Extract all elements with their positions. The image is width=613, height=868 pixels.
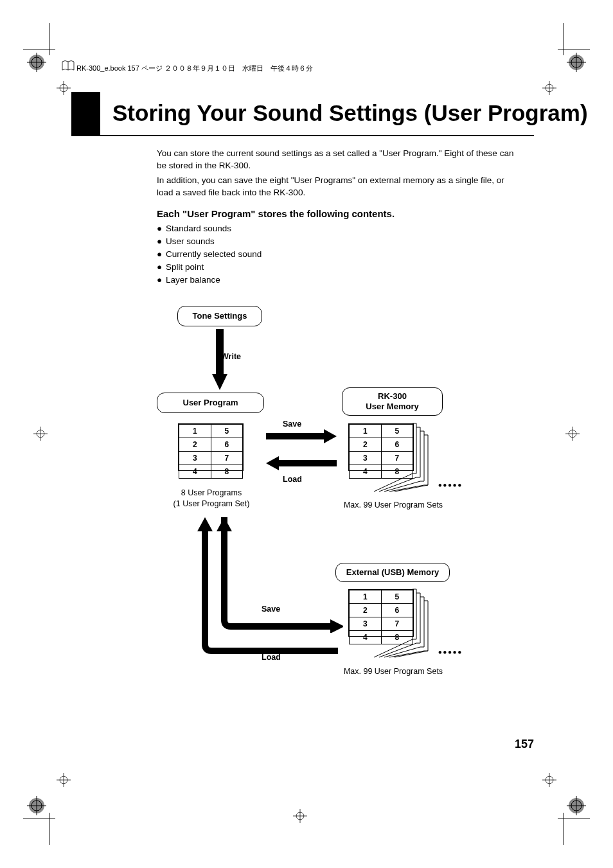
flow-diagram: Tone Settings Write User Program RK-300U… (157, 302, 523, 687)
crop-mark (564, 813, 564, 845)
box-label: Tone Settings (193, 311, 247, 321)
load-label: Load (283, 475, 302, 484)
list-item-text: Layer balance (166, 275, 220, 285)
ellipsis-icon: ••••• (438, 647, 463, 659)
svg-rect-40 (266, 433, 324, 439)
external-memory-box: External (USB) Memory (335, 563, 450, 582)
list-item: ●Currently selected sound (157, 249, 262, 259)
user-program-caption: 8 User Programs(1 User Program Set) (170, 488, 253, 509)
section-subhead: Each "User Program" stores the following… (157, 208, 395, 219)
bullet-list: ●Standard sounds ●User sounds ●Currently… (157, 224, 262, 288)
list-item-text: User sounds (166, 236, 215, 246)
rk300-grid: 15 26 37 48 (348, 423, 414, 471)
crop-mark (23, 49, 55, 49)
target-mark-icon (57, 773, 71, 787)
svg-marker-39 (212, 374, 227, 390)
running-header: RK-300_e.book 157 ページ ２００８年９月１０日 水曜日 午後４… (76, 64, 313, 73)
list-item: ●Layer balance (157, 275, 262, 285)
list-item-text: Standard sounds (166, 224, 231, 233)
tone-settings-box: Tone Settings (177, 306, 262, 326)
svg-marker-43 (266, 456, 279, 470)
crop-mark (558, 49, 590, 49)
list-item: ●User sounds (157, 236, 262, 246)
target-mark-icon (542, 81, 556, 95)
save-label: Save (283, 420, 301, 429)
external-caption: Max. 99 User Program Sets (335, 667, 451, 676)
target-mark-icon (33, 427, 48, 441)
page-number: 157 (515, 738, 534, 751)
save-label: Save (262, 605, 280, 614)
stack-icon (413, 589, 438, 660)
svg-rect-42 (279, 460, 337, 466)
crop-mark (23, 819, 55, 819)
registration-mark-icon (567, 53, 586, 72)
load-arrow-icon (266, 456, 337, 473)
intro-paragraph-1: You can store the current sound settings… (157, 148, 523, 172)
target-mark-icon (565, 427, 580, 441)
crop-mark (49, 23, 49, 55)
list-item-text: Split point (166, 262, 204, 272)
page-title: Storing Your Sound Settings (User Progra… (112, 100, 588, 126)
save-arrow-icon (266, 429, 337, 446)
write-label: Write (221, 352, 241, 361)
crop-mark (558, 819, 590, 819)
box-label: RK-300User Memory (366, 391, 418, 411)
list-item: ●Split point (157, 262, 262, 272)
target-mark-icon (293, 809, 307, 823)
svg-rect-38 (216, 329, 224, 374)
rk300-memory-box: RK-300User Memory (342, 387, 443, 416)
target-mark-icon (542, 773, 556, 787)
title-rule (71, 135, 534, 136)
target-mark-icon (57, 81, 71, 95)
svg-marker-41 (324, 429, 337, 443)
registration-mark-icon (27, 796, 46, 815)
user-program-grid: 15 26 37 48 (178, 423, 244, 471)
ellipsis-icon: ••••• (438, 480, 463, 492)
section-tab (71, 92, 100, 135)
box-label: User Program (183, 398, 238, 408)
registration-mark-icon (27, 53, 46, 72)
document-page: RK-300_e.book 157 ページ ２００８年９月１０日 水曜日 午後４… (0, 0, 613, 868)
crop-mark (49, 813, 49, 845)
rk300-caption: Max. 99 User Program Sets (335, 500, 451, 509)
intro-paragraph-2: In addition, you can save the eight "Use… (157, 175, 523, 199)
list-item: ●Standard sounds (157, 224, 262, 233)
user-program-box: User Program (157, 393, 264, 413)
load-loop-arrow-icon (195, 517, 343, 661)
registration-mark-icon (567, 796, 586, 815)
crop-mark (564, 23, 564, 55)
external-grid: 15 26 37 48 (348, 589, 414, 637)
list-item-text: Currently selected sound (166, 249, 262, 259)
box-label: External (USB) Memory (346, 567, 439, 578)
svg-marker-46 (197, 517, 213, 531)
stack-icon (413, 423, 438, 494)
book-icon (62, 60, 75, 71)
load-label: Load (262, 653, 281, 662)
